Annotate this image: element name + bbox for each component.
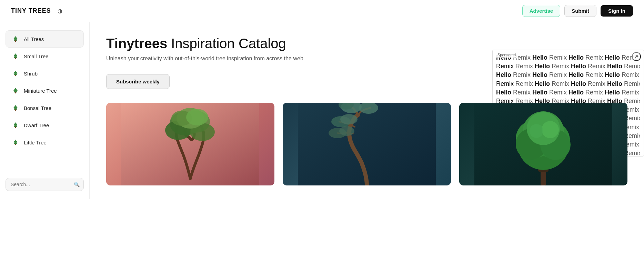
svg-marker-12 [13, 140, 18, 144]
tree-icon [11, 103, 20, 113]
header: TINY TREES ◑ Advertise Submit Sign In [0, 0, 644, 22]
sidebar-item-label: Little Tree [24, 140, 47, 145]
svg-point-40 [542, 121, 559, 138]
sidebar-item-little-tree[interactable]: Little Tree [6, 134, 84, 151]
image-card-2 [283, 103, 451, 185]
svg-marker-2 [13, 53, 18, 58]
svg-rect-3 [15, 58, 16, 59]
svg-point-29 [339, 126, 354, 136]
subscribe-button[interactable]: Subscribe weekly [106, 74, 170, 89]
sidebar-item-label: Bonsai Tree [24, 105, 51, 111]
svg-marker-10 [13, 122, 18, 127]
tree-icon [11, 86, 20, 95]
svg-rect-13 [15, 144, 16, 145]
pattern-line: Hello Remix Hello Remix Hello Remix Hell… [496, 71, 640, 79]
submit-button[interactable]: Submit [564, 5, 596, 17]
image-card-3 [459, 103, 627, 185]
sidebar-item-all-trees[interactable]: All Trees [6, 30, 84, 48]
svg-marker-4 [13, 71, 18, 75]
svg-rect-9 [15, 109, 16, 111]
sidebar-item-miniature-tree[interactable]: Miniature Tree [6, 82, 84, 99]
svg-rect-1 [15, 40, 16, 42]
sidebar-item-small-tree[interactable]: Small Tree [6, 48, 84, 65]
advertise-button[interactable]: Advertise [522, 5, 560, 17]
pattern-line: Hello Remix Hello Remix Hello Remix Hell… [496, 88, 640, 97]
layout: All Trees Small Tree Shrub Miniature Tre… [0, 22, 644, 199]
sidebar-item-label: Small Tree [24, 53, 49, 59]
svg-rect-11 [15, 127, 16, 128]
tree-icon [11, 51, 20, 61]
sidebar-item-label: Dwarf Tree [24, 122, 49, 128]
logo: TINY TREES [11, 7, 51, 14]
sidebar-bottom: 🔍 [6, 170, 84, 191]
sidebar: All Trees Small Tree Shrub Miniature Tre… [0, 22, 90, 199]
svg-marker-6 [13, 88, 18, 93]
sidebar-item-label: Shrub [24, 71, 38, 77]
main-content: Tinytrees Inspiration Catalog Unleash yo… [90, 22, 644, 199]
image-card-1 [106, 103, 274, 185]
tree-icon [11, 120, 20, 130]
sidebar-item-label: All Trees [24, 36, 44, 42]
sponsored-expand-button[interactable]: ↗ [632, 52, 641, 61]
sidebar-item-dwarf-tree[interactable]: Dwarf Tree [6, 117, 84, 134]
search-input[interactable] [6, 178, 84, 191]
tree-icon [11, 69, 20, 78]
sidebar-item-shrub[interactable]: Shrub [6, 65, 84, 82]
theme-toggle-icon: ◑ [58, 8, 62, 14]
hero-title-regular: Inspiration Catalog [167, 36, 286, 51]
sidebar-item-label: Miniature Tree [24, 88, 57, 94]
pattern-line: Remix Remix Hello Remix Hello Remix Hell… [496, 62, 640, 71]
theme-toggle-button[interactable]: ◑ [55, 6, 65, 16]
tree-icon [11, 138, 20, 147]
signin-button[interactable]: Sign In [601, 5, 633, 17]
header-right: Advertise Submit Sign In [522, 5, 633, 17]
header-left: TINY TREES ◑ [11, 6, 65, 16]
svg-point-27 [340, 114, 358, 124]
svg-point-41 [530, 124, 543, 138]
hero-title: Tinytrees Inspiration Catalog [106, 36, 627, 51]
hero-title-bold: Tinytrees [106, 36, 167, 51]
svg-marker-0 [13, 36, 18, 41]
sidebar-item-bonsai-tree[interactable]: Bonsai Tree [6, 99, 84, 117]
svg-point-21 [186, 109, 208, 125]
image-grid [106, 103, 627, 185]
sponsored-label: Sponsored [495, 52, 518, 58]
svg-rect-5 [15, 75, 16, 76]
tree-icon [11, 34, 20, 44]
pattern-line: Remix Remix Hello Remix Hello Remix Hell… [496, 80, 640, 88]
svg-rect-7 [15, 92, 16, 93]
svg-marker-8 [13, 105, 18, 110]
search-wrapper: 🔍 [6, 178, 84, 191]
